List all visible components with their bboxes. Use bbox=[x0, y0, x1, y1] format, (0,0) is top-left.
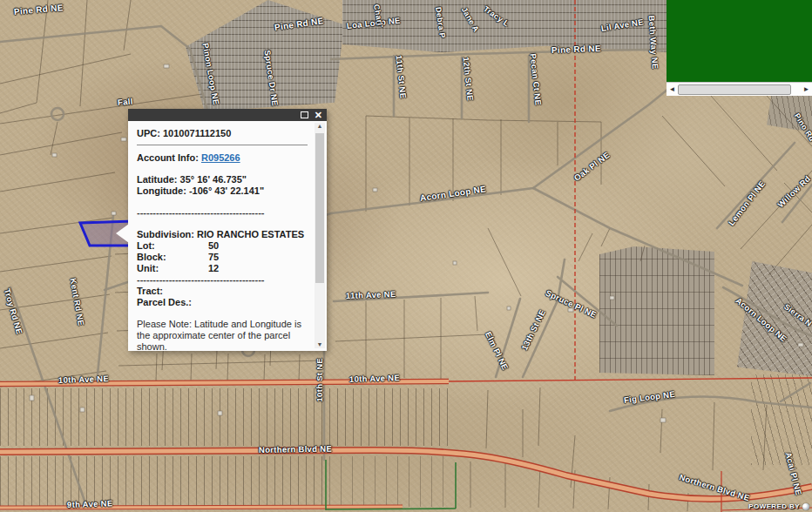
account-label: Account Info: bbox=[137, 152, 199, 163]
street-label: 10th Ave NE bbox=[58, 374, 109, 385]
overview-horizontal-scrollbar[interactable]: ◄ ► bbox=[667, 82, 812, 96]
parcel-des-row: Parcel Des.: bbox=[137, 297, 308, 308]
road-9th-ave bbox=[0, 507, 403, 508]
popup-titlebar[interactable]: ✕ bbox=[128, 109, 327, 121]
scroll-down-icon[interactable]: ▼ bbox=[315, 340, 325, 349]
latitude-label: Latitude: bbox=[137, 174, 177, 185]
street-label: Northern Blvd NE bbox=[259, 444, 332, 455]
scrollbar-thumb[interactable] bbox=[678, 84, 791, 95]
lot-value: 50 bbox=[208, 240, 219, 252]
dashed-separator: ---------------------------------------- bbox=[137, 274, 308, 286]
longitude-value: -106° 43' 22.141" bbox=[189, 185, 264, 196]
powered-by-logo-icon bbox=[802, 503, 809, 510]
powered-by-text: POWERED BY bbox=[748, 502, 800, 510]
scroll-up-icon[interactable]: ▲ bbox=[315, 122, 325, 131]
street-label: 10th St NE bbox=[315, 358, 324, 402]
tract-row: Tract: bbox=[137, 286, 308, 297]
latitude-value: 35° 16' 46.735" bbox=[180, 174, 247, 185]
popup-body: UPC: 1010071112150 Account Info: R095266… bbox=[128, 121, 327, 351]
unit-label: Unit: bbox=[137, 263, 208, 274]
upc-row: UPC: 1010071112150 bbox=[137, 128, 308, 139]
subdivision-row: Subdivision: RIO RANCHO ESTATES bbox=[137, 229, 308, 240]
unit-value: 12 bbox=[208, 263, 219, 274]
street-label: 9th Ave NE bbox=[67, 498, 113, 509]
latitude-row: Latitude: 35° 16' 46.735" bbox=[137, 174, 308, 185]
divider bbox=[137, 145, 308, 145]
lot-label: Lot: bbox=[137, 240, 208, 252]
street-label: 11th Ave NE bbox=[346, 289, 396, 300]
dashed-separator: ---------------------------------------- bbox=[137, 207, 308, 219]
scroll-left-icon[interactable]: ◄ bbox=[667, 83, 677, 96]
close-icon[interactable]: ✕ bbox=[315, 109, 322, 121]
unit-row: Unit: 12 bbox=[137, 263, 308, 274]
city-boundary-green bbox=[326, 460, 456, 510]
maximize-icon[interactable] bbox=[301, 111, 308, 118]
lot-row: Lot: 50 bbox=[137, 240, 308, 252]
upc-label: UPC: bbox=[137, 128, 160, 138]
street-label: 10th Ave NE bbox=[349, 373, 400, 384]
attribution: POWERED BY bbox=[748, 502, 809, 510]
coordinates: Latitude: 35° 16' 46.735" Longitude: -10… bbox=[137, 174, 308, 197]
street-label: Pine Rd NE bbox=[551, 44, 601, 55]
account-link[interactable]: R095266 bbox=[201, 152, 240, 163]
scrollbar-thumb[interactable] bbox=[315, 133, 324, 283]
overview-panel: ◄ ► bbox=[667, 0, 812, 96]
popup-callout-pointer bbox=[116, 224, 129, 243]
street-label: Fall bbox=[118, 96, 133, 106]
longitude-row: Longitude: -106° 43' 22.141" bbox=[137, 185, 308, 197]
block-label: Block: bbox=[137, 252, 208, 263]
parcel-info-popup: ✕ UPC: 1010071112150 Account Info: R0952… bbox=[128, 109, 327, 351]
popup-note: Please Note: Latitude and Longitude is t… bbox=[137, 319, 308, 351]
scroll-right-icon[interactable]: ► bbox=[802, 83, 811, 96]
popup-vertical-scrollbar[interactable]: ▲ ▼ bbox=[315, 123, 325, 348]
parcel-map-viewer: Pine Rd NE Pine Rd NE Pine Rd NE Loa Loo… bbox=[0, 0, 812, 512]
longitude-label: Longitude: bbox=[137, 185, 186, 196]
upc-value: 1010071112150 bbox=[163, 128, 231, 138]
account-row: Account Info: R095266 bbox=[137, 152, 308, 164]
block-row: Block: 75 bbox=[137, 252, 308, 263]
block-value: 75 bbox=[208, 252, 219, 263]
